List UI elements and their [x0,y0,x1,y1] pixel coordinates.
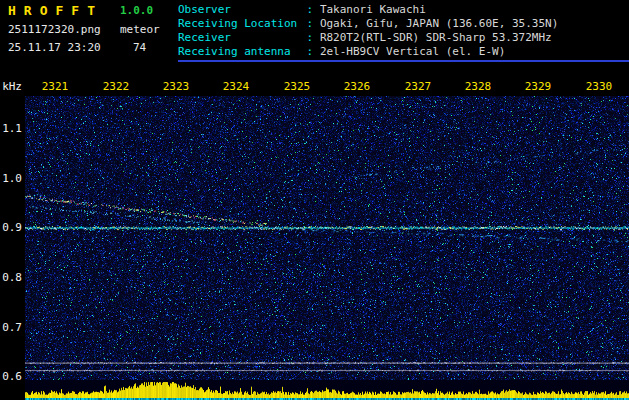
time-tick-label: 2328 [465,80,492,93]
metadata-value: 2el-HB9CV Vertical (el. E-W) [320,45,505,58]
freq-tick-label: 0.7 [0,321,22,334]
freq-axis-unit-label: kHz [0,80,22,93]
app-version: 1.0.0 [120,4,153,17]
metadata-label: Receiving antenna [178,45,300,59]
metadata-value: Takanori Kawachi [320,3,426,16]
time-tick-label: 2323 [163,80,190,93]
freq-tick-label: 0.6 [0,370,22,383]
metadata-label: Receiver [178,31,300,45]
time-tick-label: 2329 [525,80,552,93]
metadata-label: Observer [178,3,300,17]
metadata-block: Observer : Takanori Kawachi Receiving Lo… [178,3,558,59]
metadata-row-antenna: Receiving antenna : 2el-HB9CV Vertical (… [178,45,558,59]
header-separator-line [178,60,629,62]
time-tick-label: 2327 [405,80,432,93]
metadata-row-location: Receiving Location : Ogaki, Gifu, JAPAN … [178,17,558,31]
freq-tick-label: 0.9 [0,221,22,234]
freq-tick-label: 0.8 [0,271,22,284]
metadata-separator: : [300,45,320,58]
time-tick-label: 2330 [586,80,613,93]
metadata-row-observer: Observer : Takanori Kawachi [178,3,558,17]
output-filename: 2511172320.png [8,23,101,36]
echo-count: 74 [133,41,146,54]
time-tick-label: 2325 [284,80,311,93]
metadata-separator: : [300,31,320,44]
time-axis: 2321 2322 2323 2324 2325 2326 2327 2328 … [0,80,629,93]
spectrogram-canvas [25,96,629,380]
metadata-label: Receiving Location [178,17,300,31]
freq-tick-label: 1.1 [0,122,22,135]
metadata-separator: : [300,3,320,16]
power-strip-canvas [25,380,629,400]
time-tick-label: 2324 [223,80,250,93]
metadata-row-receiver: Receiver : R820T2(RTL-SDR) SDR-Sharp 53.… [178,31,558,45]
metadata-value: R820T2(RTL-SDR) SDR-Sharp 53.372MHz [320,31,552,44]
app-title: HROFFT [8,3,103,18]
observation-datetime: 25.11.17 23:20 [8,41,101,54]
time-tick-label: 2322 [103,80,130,93]
metadata-value: Ogaki, Gifu, JAPAN (136.60E, 35.35N) [320,17,558,30]
mode-label: meteor [120,23,160,36]
time-tick-label: 2321 [42,80,69,93]
freq-tick-label: 1.0 [0,172,22,185]
hrofft-screen: HROFFT 1.0.0 2511172320.png meteor 25.11… [0,0,629,400]
metadata-separator: : [300,17,320,30]
time-tick-label: 2326 [344,80,371,93]
